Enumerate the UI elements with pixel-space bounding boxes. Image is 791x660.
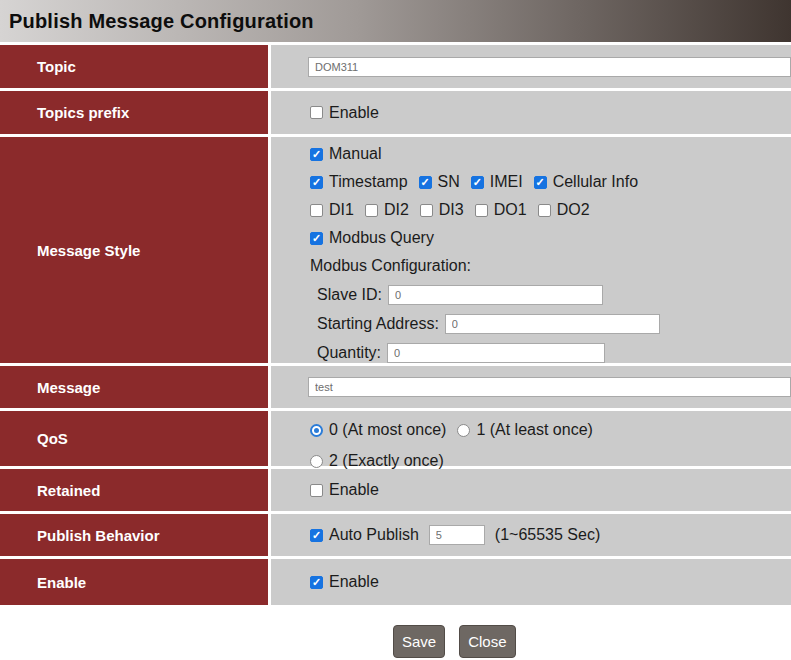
di1-label: DI1 xyxy=(329,201,354,219)
retained-row: Retained Enable xyxy=(0,469,791,511)
imei-checkbox[interactable] xyxy=(471,176,484,189)
topics-prefix-enable-checkbox[interactable] xyxy=(310,106,323,119)
di2-label: DI2 xyxy=(384,201,409,219)
qos-row: QoS 0 (At most once) 1 (At least once) 2… xyxy=(0,411,791,466)
enable-enable-label: Enable xyxy=(329,573,379,591)
message-style-content: Manual Timestamp SN IMEI Cell xyxy=(271,137,791,363)
topic-row: Topic xyxy=(0,45,791,88)
di3-label: DI3 xyxy=(439,201,464,219)
enable-content: Enable xyxy=(271,559,791,605)
auto-publish-range-hint: (1~65535 Sec) xyxy=(495,526,600,544)
starting-address-line: Starting Address: xyxy=(317,313,791,334)
do2-label: DO2 xyxy=(557,201,590,219)
enable-row: Enable Enable xyxy=(0,559,791,605)
slave-id-input[interactable] xyxy=(388,285,603,305)
title-bar: Publish Message Configuration xyxy=(0,0,791,42)
io-line: DI1 DI2 DI3 DO1 DO2 xyxy=(310,200,791,220)
topic-content xyxy=(271,45,791,88)
enable-enable-checkbox[interactable] xyxy=(310,576,323,589)
message-style-row: Message Style Manual Timestamp SN xyxy=(0,137,791,363)
do1-checkbox[interactable] xyxy=(475,204,488,217)
qos-line-2: 2 (Exactly once) xyxy=(310,452,791,470)
auto-publish-interval-input[interactable] xyxy=(429,525,485,545)
imei-label: IMEI xyxy=(490,173,523,191)
manual-label: Manual xyxy=(329,145,381,163)
qos-content: 0 (At most once) 1 (At least once) 2 (Ex… xyxy=(271,411,791,466)
topic-label: Topic xyxy=(0,45,268,88)
qos-0-label: 0 (At most once) xyxy=(329,421,446,439)
starting-address-input[interactable] xyxy=(445,314,660,334)
qos-0-radio[interactable] xyxy=(310,424,323,437)
topics-prefix-row: Topics prefix Enable xyxy=(0,91,791,134)
message-style-label: Message Style xyxy=(0,137,268,363)
manual-checkbox[interactable] xyxy=(310,148,323,161)
auto-publish-label: Auto Publish xyxy=(329,526,419,544)
publish-behavior-content: Auto Publish (1~65535 Sec) xyxy=(271,514,791,556)
modbus-configuration-heading: Modbus Configuration: xyxy=(310,256,791,276)
modbus-query-line: Modbus Query xyxy=(310,228,791,248)
button-bar: Save Close xyxy=(0,625,791,658)
qos-1-label: 1 (At least once) xyxy=(476,421,593,439)
topics-prefix-label: Topics prefix xyxy=(0,91,268,134)
metadata-line: Timestamp SN IMEI Cellular Info xyxy=(310,172,791,192)
enable-label: Enable xyxy=(0,559,268,605)
qos-2-label: 2 (Exactly once) xyxy=(329,452,444,470)
retained-content: Enable xyxy=(271,469,791,511)
quantity-label: Quantity: xyxy=(317,344,381,362)
close-button[interactable]: Close xyxy=(459,625,515,658)
qos-1-radio[interactable] xyxy=(457,424,470,437)
save-button[interactable]: Save xyxy=(393,625,445,658)
topic-input[interactable] xyxy=(308,57,791,77)
do2-checkbox[interactable] xyxy=(538,204,551,217)
message-input[interactable] xyxy=(308,377,791,397)
di2-checkbox[interactable] xyxy=(365,204,378,217)
retained-enable-checkbox[interactable] xyxy=(310,484,323,497)
topics-prefix-content: Enable xyxy=(271,91,791,134)
cellular-info-label: Cellular Info xyxy=(553,173,638,191)
message-label: Message xyxy=(0,366,268,408)
qos-2-radio[interactable] xyxy=(310,455,323,468)
retained-label: Retained xyxy=(0,469,268,511)
timestamp-label: Timestamp xyxy=(329,173,408,191)
di1-checkbox[interactable] xyxy=(310,204,323,217)
message-row: Message xyxy=(0,366,791,408)
qos-line-1: 0 (At most once) 1 (At least once) xyxy=(310,421,791,439)
di3-checkbox[interactable] xyxy=(420,204,433,217)
publish-message-config-table: Topic Topics prefix Enable Message Style… xyxy=(0,45,791,605)
quantity-line: Quantity: xyxy=(317,342,791,363)
sn-label: SN xyxy=(438,173,460,191)
publish-behavior-label: Publish Behavior xyxy=(0,514,268,556)
manual-line: Manual xyxy=(310,144,791,164)
cellular-info-checkbox[interactable] xyxy=(534,176,547,189)
slave-id-label: Slave ID: xyxy=(317,286,382,304)
timestamp-checkbox[interactable] xyxy=(310,176,323,189)
sn-checkbox[interactable] xyxy=(419,176,432,189)
slave-id-line: Slave ID: xyxy=(317,284,791,305)
qos-label: QoS xyxy=(0,411,268,466)
starting-address-label: Starting Address: xyxy=(317,315,439,333)
quantity-input[interactable] xyxy=(387,343,605,363)
do1-label: DO1 xyxy=(494,201,527,219)
message-content xyxy=(271,366,791,408)
page-title: Publish Message Configuration xyxy=(9,10,314,33)
publish-behavior-row: Publish Behavior Auto Publish (1~65535 S… xyxy=(0,514,791,556)
auto-publish-checkbox[interactable] xyxy=(310,529,323,542)
modbus-query-checkbox[interactable] xyxy=(310,232,323,245)
modbus-query-label: Modbus Query xyxy=(329,229,434,247)
topics-prefix-enable-label: Enable xyxy=(329,104,379,122)
retained-enable-label: Enable xyxy=(329,481,379,499)
